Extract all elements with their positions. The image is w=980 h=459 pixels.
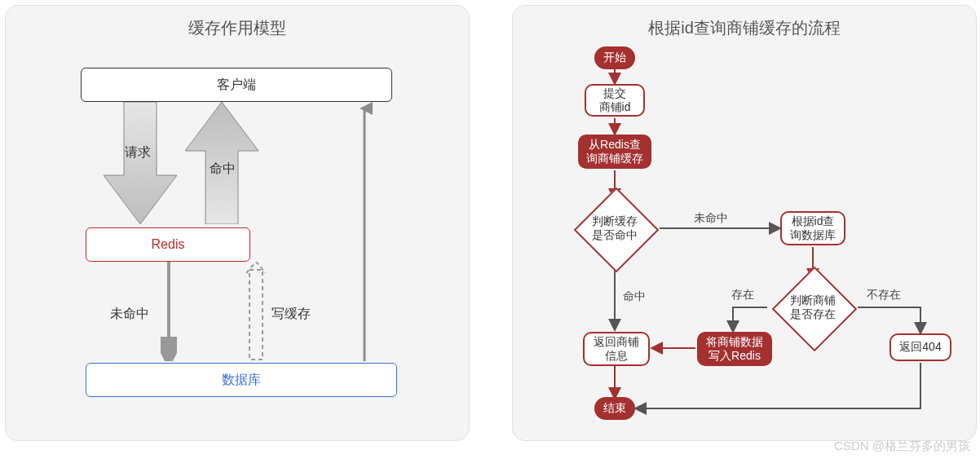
arrow-miss-down xyxy=(161,262,177,361)
node-decide-cache: 判断缓存是否命中 xyxy=(570,200,660,257)
arrow-request-down xyxy=(104,102,177,224)
edge-miss: 未命中 xyxy=(694,211,728,226)
node-return-404: 返回404 xyxy=(890,333,951,361)
left-panel: 缓存作用模型 客户端 Redis 数据库 请求 命中 xyxy=(5,5,470,441)
svg-marker-0 xyxy=(104,102,177,224)
node-client: 客户端 xyxy=(81,68,392,102)
node-decide-shop: 判断商铺是否存在 xyxy=(768,279,858,336)
arrow-db-to-client xyxy=(356,102,373,361)
edge-hit: 命中 xyxy=(623,289,646,304)
watermark: CSDN @格兰芬多的男孩 xyxy=(834,439,970,454)
node-database: 数据库 xyxy=(86,363,397,397)
node-query-redis: 从Redis查 询商铺缓存 xyxy=(578,135,651,169)
node-start: 开始 xyxy=(594,46,635,69)
label-request: 请求 xyxy=(125,144,151,161)
left-title: 缓存作用模型 xyxy=(6,17,469,39)
node-return-info: 返回商铺 信息 xyxy=(583,332,650,366)
edge-exists: 存在 xyxy=(731,288,754,302)
node-write-redis: 将商铺数据 写入Redis xyxy=(697,332,772,366)
svg-rect-3 xyxy=(249,270,263,360)
node-query-db: 根据id查 询数据库 xyxy=(780,211,845,245)
label-hit: 命中 xyxy=(210,161,236,178)
node-end: 结束 xyxy=(594,397,635,420)
edge-not-exists: 不存在 xyxy=(867,288,901,302)
right-panel: 根据id查询商铺缓存的流程 xyxy=(512,5,977,441)
node-submit-id: 提交 商铺id xyxy=(585,84,645,117)
arrow-write-cache-up xyxy=(246,262,266,361)
label-write-cache: 写缓存 xyxy=(271,306,311,323)
node-redis: Redis xyxy=(86,227,250,262)
label-miss: 未命中 xyxy=(110,306,149,323)
